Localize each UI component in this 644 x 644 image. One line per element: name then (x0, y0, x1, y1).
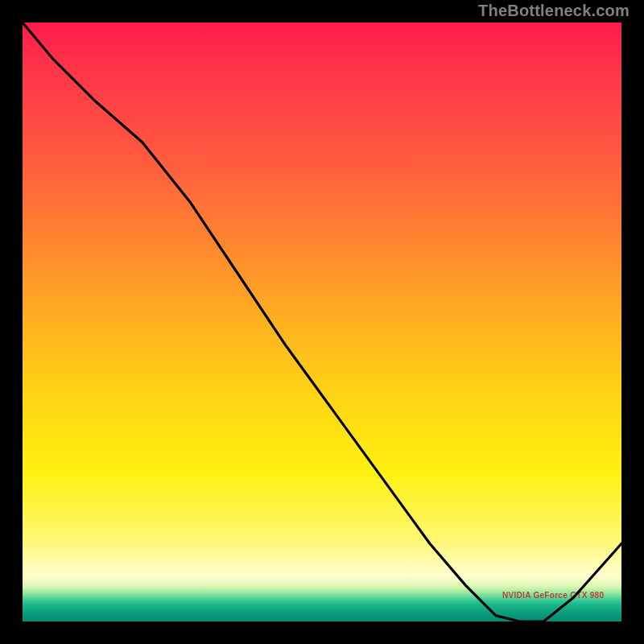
chart-frame: TheBottleneck.com NVIDIA GeForce GTX 980 (0, 0, 644, 644)
plot-area: NVIDIA GeForce GTX 980 (23, 23, 621, 621)
watermark-text: TheBottleneck.com (478, 2, 630, 20)
curve-svg (23, 23, 621, 621)
bottleneck-curve (23, 23, 621, 621)
